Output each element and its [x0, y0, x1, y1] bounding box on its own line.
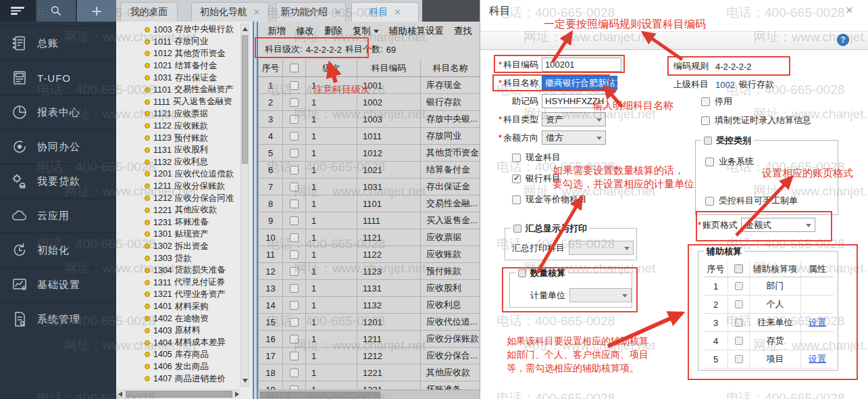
scrollbar-thumb[interactable]: [260, 392, 380, 398]
tree-item[interactable]: 1407 商品进销差价: [116, 373, 253, 385]
table-row[interactable]: 7 1 1031 存出保证金: [259, 179, 480, 195]
tree-item[interactable]: 1123 预付账款: [116, 132, 253, 144]
help-icon[interactable]: ?: [837, 34, 849, 46]
tree-item[interactable]: 1122 应收账款: [116, 120, 253, 132]
tree-item[interactable]: 1031 存出保证金: [116, 72, 253, 84]
table-row[interactable]: 16 1 1211 应收分保账款: [259, 331, 480, 348]
row-checkbox[interactable]: [290, 369, 299, 377]
tree-item[interactable]: 1321 代理业务资产: [116, 289, 253, 301]
aux-set-link[interactable]: 设置: [809, 316, 826, 329]
aux-row[interactable]: 3 往来单位 设置: [704, 314, 834, 332]
aux-set-link[interactable]: 设置: [809, 353, 826, 365]
aux-row[interactable]: 4 存货: [704, 332, 834, 350]
tree-item[interactable]: 1406 发出商品: [116, 360, 253, 373]
tab-close-icon[interactable]: ✕: [253, 8, 260, 16]
column-header-name[interactable]: 科目名称: [421, 60, 480, 76]
table-row[interactable]: 5 1 1012 其他货币资金: [259, 145, 480, 162]
tree-item[interactable]: 1302 拆出资金: [116, 240, 253, 252]
aux-row[interactable]: 2 个人: [704, 296, 834, 314]
sidebar-item-system-management[interactable]: 系统管理: [0, 302, 116, 336]
table-row[interactable]: 10 1 1121 应收票据: [259, 229, 480, 246]
tree-item[interactable]: 1311 代理兑付证券: [116, 277, 253, 289]
scrollbar-thumb[interactable]: [242, 35, 248, 164]
table-row[interactable]: 14 1 1132 应收利息: [259, 297, 480, 314]
table-row[interactable]: 6 1 1021 结算备付金: [259, 162, 480, 179]
voucher-checkbox-row[interactable]: 填制凭证时录入结算信息: [701, 114, 811, 126]
disable-checkbox[interactable]: [701, 97, 710, 106]
column-header-checkbox[interactable]: [283, 60, 306, 76]
tree-item[interactable]: 1404 材料成本差异: [116, 337, 253, 349]
list-toolbar-button[interactable]: 辅助核算设置: [389, 25, 444, 37]
tree-item[interactable]: 1231 坏账准备: [116, 216, 253, 229]
row-checkbox[interactable]: [290, 301, 299, 310]
row-checkbox[interactable]: [290, 284, 299, 293]
tree-item[interactable]: 1101 交易性金融资产: [116, 84, 253, 96]
row-checkbox[interactable]: [290, 98, 299, 107]
tree-item[interactable]: 1402 在途物资: [116, 312, 253, 325]
row-checkbox[interactable]: [290, 183, 299, 191]
tree-item[interactable]: 1303 贷款: [116, 252, 253, 264]
tree-item[interactable]: 1401 材料采购: [116, 300, 253, 312]
row-checkbox[interactable]: [290, 149, 299, 158]
sidebar-item-initialization[interactable]: 初始化: [0, 233, 116, 267]
aux-row-checkbox[interactable]: [735, 282, 743, 290]
tab-close-icon[interactable]: ✕: [334, 8, 340, 16]
scrollbar-thumb[interactable]: [126, 391, 232, 398]
page-format-select[interactable]: 金额式: [741, 218, 815, 232]
table-row[interactable]: 11 1 1122 应收账款: [259, 246, 480, 263]
row-checkbox[interactable]: [290, 318, 299, 327]
table-row[interactable]: 9 1 1111 买入返售金...: [259, 212, 480, 229]
aux-row-checkbox[interactable]: [735, 337, 743, 345]
account-flag-row[interactable]: 现金科目: [512, 151, 561, 164]
close-icon[interactable]: ×: [846, 3, 853, 18]
row-checkbox[interactable]: [290, 335, 299, 344]
row-checkbox[interactable]: [290, 81, 299, 90]
row-checkbox[interactable]: [290, 200, 299, 208]
tab-my-desktop[interactable]: 我的桌面: [120, 2, 178, 22]
sidebar-item-basic-settings[interactable]: 基础设置: [0, 267, 116, 302]
tree-item[interactable]: 1121 应收票据: [116, 108, 253, 120]
aux-row-checkbox[interactable]: [735, 300, 743, 308]
tree-item[interactable]: 1111 买入返售金融资: [116, 96, 253, 108]
row-checkbox[interactable]: [290, 250, 299, 259]
row-checkbox[interactable]: [290, 352, 299, 360]
code-input[interactable]: 100201: [542, 57, 621, 72]
flag-checkbox[interactable]: [512, 154, 521, 162]
table-row[interactable]: 8 1 1101 交易性金融...: [259, 195, 480, 212]
row-checkbox[interactable]: [290, 166, 299, 174]
manual-voucher-row[interactable]: 受控科目可手工制单: [705, 195, 798, 207]
tree-item[interactable]: 1211 应收分保账款: [116, 180, 253, 192]
sidebar-item-report-center[interactable]: 报表中心: [0, 95, 116, 129]
unit-select[interactable]: [569, 288, 632, 302]
aux-row-checkbox[interactable]: [735, 319, 743, 327]
column-header-level[interactable]: 级次: [306, 60, 357, 76]
name-input[interactable]: 徽商银行合肥新站支: [542, 76, 617, 90]
row-checkbox[interactable]: [290, 115, 299, 124]
account-flag-row[interactable]: 现金等价物科目: [512, 193, 587, 206]
summary-print-checkbox[interactable]: [513, 225, 521, 233]
list-toolbar-button[interactable]: 删除: [324, 25, 342, 37]
flag-checkbox[interactable]: [512, 195, 521, 204]
aux-row[interactable]: 5 项目 设置: [704, 350, 834, 369]
tree-item[interactable]: 1011 存放同业: [116, 36, 253, 48]
sidebar-item-t-ufo[interactable]: T-UFO: [0, 60, 116, 95]
sidebar-item-cloud-app[interactable]: 云应用: [0, 198, 116, 233]
sidebar-item-collaboration[interactable]: 协同办公: [0, 129, 116, 164]
scroll-left-icon[interactable]: [118, 392, 122, 397]
aux-row[interactable]: 1 部门: [704, 277, 834, 296]
table-row[interactable]: 12 1 1123 预付账款: [259, 263, 480, 280]
table-row[interactable]: 13 1 1131 应收股利: [259, 280, 480, 297]
column-header-code[interactable]: 科目编码: [357, 60, 421, 76]
table-row[interactable]: 2 1 1002 银行存款: [259, 94, 480, 111]
business-system-checkbox[interactable]: [705, 158, 714, 166]
menu-button[interactable]: [0, 0, 35, 22]
tree-item[interactable]: 1304 贷款损失准备: [116, 264, 253, 277]
scroll-up-icon[interactable]: [242, 27, 248, 31]
tree-item[interactable]: 1021 结算备付金: [116, 60, 253, 72]
tab-init-nav[interactable]: 初始化导航 ✕: [191, 2, 269, 22]
add-button[interactable]: +: [77, 0, 116, 22]
select-all-checkbox[interactable]: [290, 64, 299, 72]
table-row[interactable]: 4 1 1011 存放同业: [259, 128, 480, 145]
tree-item[interactable]: 1405 库存商品: [116, 349, 253, 361]
tree-item[interactable]: 1131 应收股利: [116, 144, 253, 156]
